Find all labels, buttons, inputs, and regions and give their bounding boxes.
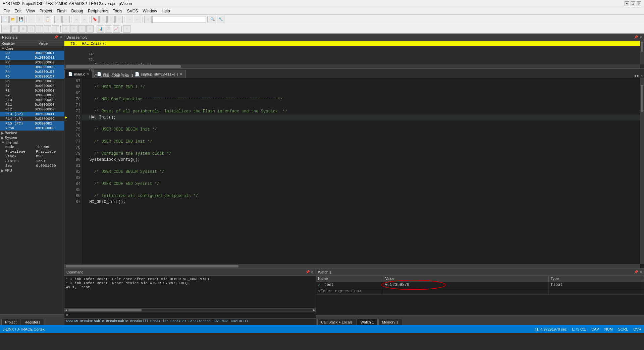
tab-callstack[interactable]: Call Stack + Locals [317, 319, 356, 325]
minimize-button[interactable]: − [625, 1, 629, 6]
tab-registers[interactable]: Registers [21, 319, 44, 325]
command-input[interactable] [69, 313, 314, 317]
status-position: L:73 C:1 [572, 327, 586, 331]
reg-r5-name: R5 [0, 74, 33, 79]
code-line-70: /* MCU Configuration--------------------… [82, 96, 644, 102]
undo-button[interactable]: ↩ [54, 16, 62, 23]
menu-tools[interactable]: Tools [111, 8, 124, 14]
system-expand-icon[interactable]: ▶ [1, 136, 4, 140]
tools-button[interactable]: 🔧 [217, 16, 224, 23]
setup-btn[interactable]: ⚙ [123, 25, 130, 33]
menu-flash[interactable]: Flash [55, 8, 68, 14]
redo-button[interactable]: ↪ [62, 16, 70, 23]
step-out[interactable]: ↑} [44, 25, 51, 33]
code-line-74 [82, 120, 644, 127]
core-label: Core [5, 46, 13, 50]
close-panel-icon[interactable]: ✕ [59, 35, 62, 39]
outdent-button[interactable]: ⇤ [134, 16, 141, 23]
watch-pin-icon[interactable]: 📌 [634, 270, 638, 274]
tab-close-all[interactable]: ✕ [641, 74, 643, 78]
save-button[interactable]: 💾 [17, 16, 25, 23]
cmd-close-icon[interactable]: ✕ [311, 270, 314, 274]
watch-row-enter-expr[interactable]: <Enter expression> [316, 288, 644, 295]
menu-view[interactable]: View [24, 8, 37, 14]
watch-enter-expr[interactable]: <Enter expression> [316, 288, 383, 295]
watch-table: Name Value Type ✓ test 0.52359879 [316, 276, 644, 315]
watch-expr-type [548, 288, 644, 295]
menu-file[interactable]: File [1, 8, 12, 14]
tab-watch1[interactable]: Watch 1 [357, 319, 378, 325]
mem-btn[interactable]: ≡ [78, 25, 86, 33]
watch-col-type: Type [548, 276, 644, 282]
tab-scroll-right[interactable]: ▶ [637, 74, 639, 78]
trace-btn[interactable]: 📊 [97, 25, 104, 33]
dasm-v-scroll[interactable] [640, 41, 644, 64]
target-dropdown[interactable]: HID_MOUSE_REPORT_DESC( [152, 16, 206, 23]
dasm-close-icon[interactable]: ✕ [639, 35, 642, 39]
separator-10 [121, 26, 122, 32]
reg-btn[interactable]: R [86, 25, 94, 33]
close-button[interactable]: ✕ [637, 1, 641, 6]
tab-project[interactable]: Project [1, 319, 20, 325]
separator-8 [60, 26, 61, 32]
gutter-77: 77 [64, 139, 82, 145]
menu-window[interactable]: Window [141, 8, 159, 14]
cmd-output-line-2: * JLink Info: Reset: Reset device via AI… [66, 281, 314, 285]
open-button[interactable]: 📂 [9, 16, 17, 23]
run-button[interactable]: ▶ [11, 25, 19, 33]
new-file-button[interactable]: 📄 [1, 16, 9, 23]
fpu-expand-icon[interactable]: ▶ [1, 169, 4, 172]
internal-expand-icon[interactable]: ▼ [1, 141, 5, 144]
menu-peripherals[interactable]: Peripherals [86, 8, 110, 14]
paste-button[interactable]: 📋 [44, 16, 51, 23]
watch-close-icon[interactable]: ✕ [639, 270, 642, 274]
watch-btn[interactable]: 👁 [70, 25, 77, 33]
disasm-btn[interactable]: ⊞ [62, 25, 69, 33]
menu-project[interactable]: Project [38, 8, 54, 14]
find-button[interactable]: 🔍 [209, 16, 216, 23]
editor-h-scroll[interactable] [64, 264, 640, 268]
stop-button[interactable]: ⏹ [19, 25, 27, 33]
reg-col-register: Register [0, 41, 37, 46]
copy-button[interactable]: ⎘ [36, 16, 43, 23]
indent-button[interactable]: ⇥ [126, 16, 133, 23]
reg-r12-value: 0x0000000 [33, 107, 64, 112]
cmd-scroll-left[interactable]: ◀ [64, 308, 68, 312]
dasm-pin-icon[interactable]: 📌 [634, 35, 638, 39]
current-line-arrow: ▶ [65, 114, 67, 120]
step-in[interactable]: {↓ [36, 25, 43, 33]
cmd-prompt: > [66, 313, 68, 318]
cut-button[interactable]: ✂ [28, 16, 35, 23]
tab-startup-close[interactable]: ✕ [179, 72, 182, 76]
tab-memory1[interactable]: Memory 1 [378, 319, 402, 325]
nav-fwd-button[interactable]: ▶ [81, 16, 88, 23]
run-to-cursor[interactable]: →| [52, 25, 59, 33]
menu-edit[interactable]: Edit [12, 8, 23, 14]
menu-help[interactable]: Help [160, 8, 172, 14]
menu-svcs[interactable]: SVCS [125, 8, 140, 14]
nav-back-button[interactable]: ◀ [73, 16, 80, 23]
watch-title: Watch 1 [318, 270, 331, 274]
cmd-h-scroll[interactable]: ◀ ▶ [64, 308, 316, 312]
watch-test-type: float [548, 282, 644, 288]
reset-button[interactable]: RST [1, 25, 11, 33]
core-expand-icon[interactable]: ▼ [1, 47, 5, 50]
bookmark-clear[interactable]: × [115, 16, 123, 23]
bookmark-prev[interactable]: ⤴ [107, 16, 115, 23]
cmd-scroll-right[interactable]: ▶ [312, 308, 316, 312]
pin-icon[interactable]: 📌 [54, 35, 58, 39]
maximize-button[interactable]: □ [631, 1, 635, 6]
menu-debug[interactable]: Debug [69, 8, 85, 14]
logic-btn[interactable]: 📈 [113, 25, 120, 33]
bookmark-button[interactable]: 🔖 [91, 16, 99, 23]
editor-v-scroll[interactable] [640, 78, 644, 264]
banked-expand-icon[interactable]: ▶ [1, 131, 4, 135]
cmd-pin-icon[interactable]: 📌 [306, 270, 310, 274]
build-target[interactable]: ⚙ [144, 16, 152, 23]
disasm-line-73: 73: HAL_Init(); [64, 41, 644, 46]
perf-btn[interactable]: ⏱ [105, 25, 112, 33]
bookmark-next[interactable]: ⤵ [99, 16, 107, 23]
dasm-h-scroll[interactable] [64, 64, 640, 68]
tab-scroll-left[interactable]: ◀ [634, 74, 636, 78]
step-over[interactable]: {} [28, 25, 35, 33]
